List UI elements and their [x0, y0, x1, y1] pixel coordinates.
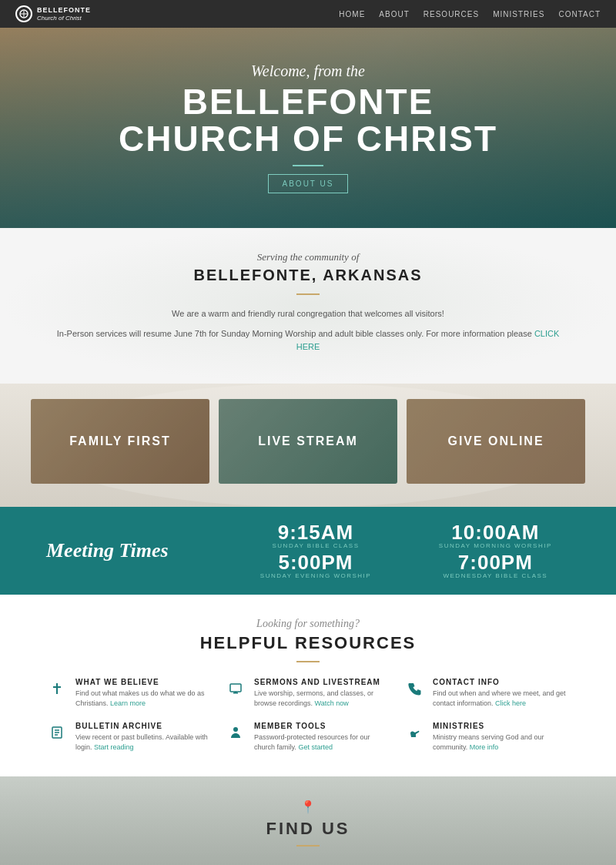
svg-point-10 — [233, 727, 238, 732]
believe-title: WHAT WE BELIEVE — [75, 678, 213, 686]
time-item-4: 7:00PM WEDNESDAY BIBLE CLASS — [421, 552, 570, 579]
bulletin-desc: View recent or past bulletins. Available… — [75, 733, 213, 753]
resources-section: Looking for something? HELPFUL RESOURCES… — [0, 595, 616, 776]
believe-desc: Find out what makes us do what we do as … — [75, 689, 213, 709]
ministries-desc: Ministry means serving God and our commu… — [433, 733, 570, 753]
resource-item-contact: CONTACT INFO Find out when and where we … — [403, 678, 570, 709]
hero-title: BELLEFONTE CHURCH OF CHRIST — [119, 83, 497, 158]
community-text2: In-Person services will resume June 7th … — [46, 327, 570, 354]
resource-item-bulletin: BULLETIN ARCHIVE View recent or past bul… — [46, 722, 213, 753]
cross-icon — [46, 678, 68, 699]
community-title: BELLEFONTE, ARKANSAS — [46, 267, 570, 284]
nav-links: HOME ABOUT RESOURCES MINISTRIES CONTACT — [339, 10, 601, 18]
bulletin-title: BULLETIN ARCHIVE — [75, 722, 213, 730]
member-link[interactable]: Get started — [298, 743, 333, 751]
community-divider — [296, 293, 320, 295]
find-us-section: 📍 FIND US — [0, 776, 616, 865]
cards-grid: FAMILY FIRST LIVE STREAM GIVE ONLINE — [31, 399, 585, 484]
nav-home[interactable]: HOME — [339, 10, 365, 18]
family-first-label: FAMILY FIRST — [69, 434, 171, 448]
find-us-divider — [296, 845, 320, 847]
monitor-icon — [225, 678, 246, 699]
contact-desc: Find out when and where we meet, and get… — [433, 689, 570, 709]
give-online-label: GIVE ONLINE — [447, 434, 544, 448]
nav-contact[interactable]: CONTACT — [558, 10, 601, 18]
time-label-2: SUNDAY MORNING WORSHIP — [421, 542, 570, 549]
person-icon — [225, 722, 246, 743]
time-label-3: SUNDAY EVENING WORSHIP — [241, 572, 390, 579]
logo-text: BELLEFONTE Church of Christ — [37, 6, 91, 22]
contact-title: CONTACT INFO — [433, 678, 570, 686]
svg-rect-3 — [230, 684, 241, 692]
live-stream-card[interactable]: LIVE STREAM — [219, 399, 397, 484]
navigation: BELLEFONTE Church of Christ HOME ABOUT R… — [0, 0, 616, 28]
time-label-1: SUNDAY BIBLE CLASS — [241, 542, 390, 549]
community-content: Serving the community of BELLEFONTE, ARK… — [46, 251, 570, 354]
hero-content: Welcome, from the BELLEFONTE CHURCH OF C… — [119, 62, 497, 194]
logo-symbol — [18, 8, 29, 19]
resources-title: HELPFUL RESOURCES — [46, 633, 570, 653]
time-value-4: 7:00PM — [421, 552, 570, 572]
resource-item-member: MEMBER TOOLS Password-protected resource… — [225, 722, 391, 753]
phone-icon — [403, 678, 425, 699]
hero-section: Welcome, from the BELLEFONTE CHURCH OF C… — [0, 28, 616, 228]
svg-rect-2 — [53, 686, 61, 688]
time-item-2: 10:00AM SUNDAY MORNING WORSHIP — [421, 522, 570, 549]
times-grid: 9:15AM SUNDAY BIBLE CLASS 10:00AM SUNDAY… — [241, 522, 570, 579]
nav-resources[interactable]: RESOURCES — [424, 10, 479, 18]
svg-rect-5 — [235, 692, 237, 693]
sermons-link[interactable]: Watch now — [315, 699, 349, 707]
hero-welcome-text: Welcome, from the — [119, 62, 497, 80]
cards-section: FAMILY FIRST LIVE STREAM GIVE ONLINE — [0, 384, 616, 507]
book-icon — [46, 722, 68, 743]
find-us-title: FIND US — [23, 819, 593, 839]
time-value-2: 10:00AM — [421, 522, 570, 542]
bulletin-link[interactable]: Start reading — [94, 743, 134, 751]
time-label-4: WEDNESDAY BIBLE CLASS — [421, 572, 570, 579]
resource-item-believe: WHAT WE BELIEVE Find out what makes us d… — [46, 678, 213, 709]
nav-logo: BELLEFONTE Church of Christ — [15, 5, 91, 22]
location-pin-icon: 📍 — [23, 800, 593, 814]
nav-about[interactable]: ABOUT — [379, 10, 409, 18]
nav-ministries[interactable]: MINISTRIES — [493, 10, 544, 18]
ministries-title: MINISTRIES — [433, 722, 570, 730]
contact-link[interactable]: Click here — [495, 699, 526, 707]
time-item-1: 9:15AM SUNDAY BIBLE CLASS — [241, 522, 390, 549]
sermons-desc: Live worship, sermons, and classes, or b… — [254, 689, 391, 709]
resources-subtitle: Looking for something? — [46, 618, 570, 630]
meeting-times-section: Meeting Times 9:15AM SUNDAY BIBLE CLASS … — [0, 507, 616, 595]
about-us-button[interactable]: ABOUT US — [268, 174, 349, 193]
ministries-link[interactable]: More info — [470, 743, 499, 751]
logo-icon — [15, 5, 32, 22]
give-online-card[interactable]: GIVE ONLINE — [407, 399, 585, 484]
community-section: Serving the community of BELLEFONTE, ARK… — [0, 228, 616, 384]
time-value-1: 9:15AM — [241, 522, 390, 542]
family-first-card[interactable]: FAMILY FIRST — [31, 399, 209, 484]
member-desc: Password-protected resources for our chu… — [254, 733, 391, 753]
meeting-times-title: Meeting Times — [46, 539, 210, 562]
time-value-3: 5:00PM — [241, 552, 390, 572]
community-subtitle: Serving the community of — [46, 251, 570, 263]
member-title: MEMBER TOOLS — [254, 722, 391, 730]
resources-divider — [296, 661, 320, 662]
live-stream-label: LIVE STREAM — [258, 434, 358, 448]
resource-item-sermons: SERMONS AND LIVESTREAM Live worship, ser… — [225, 678, 391, 709]
time-item-3: 5:00PM SUNDAY EVENING WORSHIP — [241, 552, 390, 579]
hero-divider — [293, 165, 323, 166]
hands-icon — [403, 722, 425, 743]
svg-rect-1 — [56, 683, 58, 694]
sermons-title: SERMONS AND LIVESTREAM — [254, 678, 391, 686]
believe-link[interactable]: Learn more — [110, 699, 146, 707]
resources-grid: WHAT WE BELIEVE Find out what makes us d… — [46, 678, 570, 753]
resource-item-ministries: MINISTRIES Ministry means serving God an… — [403, 722, 570, 753]
community-text1: We are a warm and friendly rural congreg… — [46, 307, 570, 321]
